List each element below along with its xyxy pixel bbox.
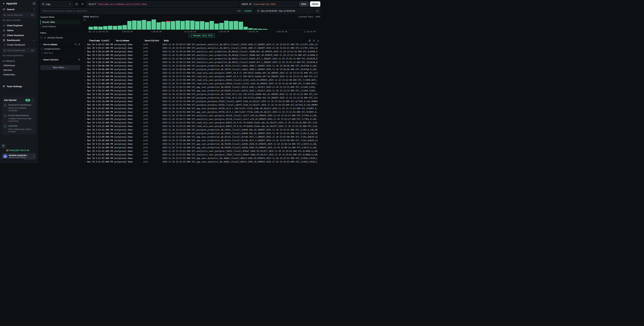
sidebar-item-team-settings[interactable]: ⚙ Team Settings [2,84,36,89]
lang-toggle-sql[interactable]: SQL [237,10,241,12]
saved-dashboards-input[interactable] [7,49,30,52]
more-filters-button[interactable]: More filters [40,65,80,70]
row-expand-chevron[interactable] [83,133,87,134]
histogram-bar[interactable] [282,19,286,30]
event-search-input[interactable] [42,10,236,12]
histogram-bar[interactable] [180,19,185,30]
histogram-bar[interactable] [316,19,320,30]
histogram-bar[interactable] [253,19,258,30]
histogram-bar[interactable] [229,19,234,30]
search-icon[interactable] [74,43,77,46]
histogram-bar[interactable] [200,19,204,30]
row-expand-chevron[interactable] [83,83,87,85]
row-expand-chevron[interactable] [83,122,87,124]
chevron-down-icon[interactable] [40,44,42,45]
row-expand-chevron[interactable] [83,79,87,81]
histogram-bar[interactable] [152,19,156,30]
histogram-bar[interactable] [234,19,238,30]
log-row[interactable]: Nov 10 5:52:01.000 PM postgresql-demo in… [83,153,320,156]
log-row[interactable]: Nov 10 5:55:19.000 PM postgresql-demo in… [83,103,320,107]
log-row[interactable]: Nov 10 5:52:16.000 PM postgresql-demo in… [83,142,320,146]
log-row[interactable]: Nov 10 5:56:33.000 PM postgresql-demo in… [83,85,320,89]
histogram-bar[interactable] [137,19,142,30]
sidebar-item-chart-explorer[interactable]: Chart Explorer [2,23,36,28]
row-expand-chevron[interactable] [83,101,87,102]
histogram-bar[interactable] [214,19,219,30]
row-expand-chevron[interactable] [83,51,87,53]
resume-live-tail-button[interactable]: Resume Live Tail [188,34,215,38]
col-header-body[interactable]: Body [162,40,307,42]
histogram-bar[interactable] [185,19,190,30]
event-search-box[interactable]: SQL | Lucene [40,8,254,14]
histogram-bar[interactable] [210,19,214,30]
order-by-input[interactable]: ORDER BY TimestampTime DESC [239,1,298,7]
mode-results-table[interactable]: Results Table [40,20,80,24]
log-row[interactable]: Nov 10 5:53:41.000 PM postgresql-demo in… [83,128,320,132]
histogram-bar[interactable] [258,19,262,30]
log-row[interactable]: Nov 10 5:56:25.000 PM postgresql-demo in… [83,92,320,96]
row-expand-chevron[interactable] [83,44,87,45]
saved-searches-box[interactable]: ⌘K [2,13,36,18]
row-expand-chevron[interactable] [83,62,87,63]
load-more-button[interactable]: Load more [40,51,80,56]
row-expand-chevron[interactable] [83,76,87,77]
log-row[interactable]: Nov 10 5:53:00.000 PM postgresql-demo in… [83,135,320,139]
histogram-bar[interactable] [311,19,316,30]
table-columns-button[interactable] [74,2,79,7]
log-row[interactable]: Nov 10 5:58:06.000 PM postgresql-demo in… [83,64,320,68]
histogram-bar[interactable] [118,19,122,30]
sidebar-item-client-sessions[interactable]: Client Sessions [2,33,36,38]
checkbox[interactable] [40,37,42,39]
log-row[interactable]: Nov 10 5:51:55.000 PM postgresql-demo in… [83,160,320,163]
row-density-icon[interactable] [313,40,315,42]
preset-item-services[interactable]: Services [2,68,36,72]
histogram-bar[interactable] [277,19,282,30]
filter-option-postgresql-demo[interactable]: postgresql-demo [40,47,80,51]
chevron-up-icon[interactable] [32,99,34,101]
log-row[interactable]: Nov 10 5:58:13.000 PM postgresql-demo in… [83,57,320,61]
row-expand-chevron[interactable] [83,115,87,116]
get-started-step[interactable]: ✓ Connect to ClickHouse Set up your data… [4,104,34,112]
log-row[interactable]: Nov 10 5:54:25.000 PM postgresql-demo in… [83,121,320,124]
source-settings-button[interactable]: ⚙ [80,2,85,7]
create-dashboard-button[interactable]: Create Dashboard [2,43,36,47]
row-expand-chevron[interactable] [83,129,87,131]
log-row[interactable]: Nov 10 5:54:27.000 PM postgresql-demo in… [83,114,320,117]
row-expand-chevron[interactable] [83,150,87,152]
histogram-bar[interactable] [156,19,161,30]
histogram-bar[interactable] [142,19,146,30]
histogram-bar[interactable] [287,19,292,30]
get-started-step[interactable]: ✓ Add Data Start sending logs, metrics, … [4,125,34,133]
log-row[interactable]: Nov 10 5:54:25.000 PM postgresql-demo in… [83,124,320,128]
log-row[interactable]: Nov 10 5:58:13.000 PM postgresql-demo in… [83,61,320,64]
sidebar-item-search[interactable]: Search [2,7,36,12]
histogram-bar[interactable] [306,19,311,30]
row-expand-chevron[interactable] [83,69,87,70]
histogram-bar[interactable] [103,19,108,30]
histogram-bar[interactable] [113,19,117,30]
get-started-step[interactable]: ✓ Create Data Sources Configure where yo… [4,114,34,122]
histogram-bar[interactable] [94,19,98,30]
histogram-bar[interactable] [108,19,112,30]
row-expand-chevron[interactable] [83,140,87,141]
histogram-bar[interactable] [297,19,301,30]
log-row[interactable]: Nov 10 5:53:41.000 PM postgresql-demo in… [83,132,320,135]
log-row[interactable]: Nov 10 5:58:06.000 PM postgresql-demo in… [83,68,320,71]
histogram-bar[interactable] [190,19,195,30]
date-range-picker[interactable]: Nov 10 00:00:00 - Nov 11 00:00:00 [255,8,313,14]
row-expand-chevron[interactable] [83,86,87,88]
row-expand-chevron[interactable] [83,147,87,148]
lang-toggle-lucene[interactable]: Lucene [244,10,252,12]
saved-searches-input[interactable] [7,14,30,16]
log-row[interactable]: Nov 10 5:59:47.000 PM postgresql-demo in… [83,46,320,50]
histogram-bar[interactable] [161,19,166,30]
denoise-results-toggle[interactable]: Denoise Results [40,36,80,41]
download-icon[interactable] [317,40,319,42]
histogram-bar[interactable] [176,19,180,30]
row-expand-chevron[interactable] [83,154,87,156]
pin-icon[interactable] [78,43,80,46]
table-settings-icon[interactable] [308,40,311,42]
histogram-bar[interactable] [171,19,175,30]
row-expand-chevron[interactable] [83,143,87,145]
col-header-service[interactable]: ServiceName [114,40,143,42]
